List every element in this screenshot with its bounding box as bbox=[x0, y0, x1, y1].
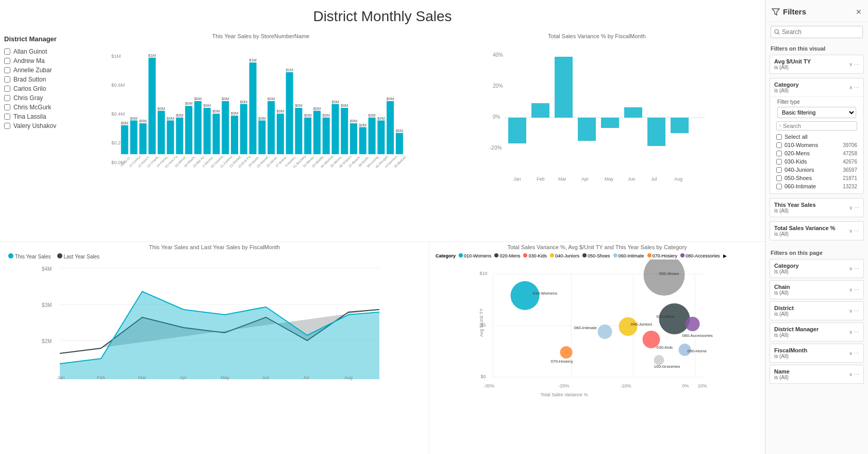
svg-text:010-Womens: 010-Womens bbox=[533, 291, 557, 296]
dm-checkbox[interactable] bbox=[4, 123, 10, 129]
svg-text:$0M: $0M bbox=[268, 96, 275, 101]
filter-page-chevron[interactable]: ∨ bbox=[849, 266, 853, 271]
svg-rect-68 bbox=[313, 111, 321, 154]
svg-rect-104 bbox=[531, 103, 549, 118]
svg-text:$1M: $1M bbox=[286, 68, 293, 72]
filter-select-all-row: Select all bbox=[773, 133, 860, 141]
category-item-checkbox[interactable] bbox=[776, 175, 782, 181]
filter-type-select[interactable]: Basic filtering Advanced filtering bbox=[777, 107, 856, 118]
filter-category-more[interactable]: ⋯ bbox=[854, 85, 859, 90]
svg-text:070-Hosiery: 070-Hosiery bbox=[551, 359, 573, 364]
filter-page-chevron[interactable]: ∨ bbox=[849, 329, 853, 335]
category-item-checkbox[interactable] bbox=[776, 184, 782, 189]
filter-variance-header[interactable]: Total Sales Variance % is (All) ∨ ⋯ bbox=[770, 222, 863, 240]
filter-category-search[interactable] bbox=[776, 121, 857, 131]
filter-page-title: District Manager bbox=[774, 326, 819, 332]
category-item-checkbox[interactable] bbox=[776, 142, 782, 148]
filters-search-box[interactable] bbox=[771, 26, 863, 38]
svg-text:080-Accessories: 080-Accessories bbox=[682, 333, 713, 338]
filter-select-all-checkbox[interactable] bbox=[776, 134, 782, 140]
filter-page-more[interactable]: ⋯ bbox=[854, 371, 859, 377]
svg-rect-17 bbox=[158, 111, 165, 154]
filter-this-year-chevron[interactable]: ∨ bbox=[849, 205, 853, 210]
filter-page-more[interactable]: ⋯ bbox=[854, 350, 859, 356]
svg-text:$0.6M: $0.6M bbox=[111, 83, 125, 88]
dm-checkbox[interactable] bbox=[4, 86, 10, 92]
svg-text:May: May bbox=[221, 375, 230, 380]
filter-avg-unit-chevron-down[interactable]: ∨ bbox=[849, 61, 853, 67]
svg-rect-26 bbox=[185, 106, 192, 154]
filter-category-item: 030-Kids42676 bbox=[773, 157, 860, 166]
filter-page-chevron[interactable]: ∨ bbox=[849, 287, 853, 293]
svg-text:10%: 10% bbox=[698, 383, 707, 388]
category-item-checkbox[interactable] bbox=[776, 159, 782, 165]
dm-checkbox[interactable] bbox=[4, 76, 10, 83]
dm-checkbox[interactable] bbox=[4, 48, 10, 55]
legend-intimate: 060-Intimate bbox=[613, 253, 644, 258]
filter-page-chevron[interactable]: ∨ bbox=[849, 308, 853, 314]
filters-search-input[interactable] bbox=[782, 28, 859, 36]
dm-checkbox[interactable] bbox=[4, 67, 10, 73]
category-item-checkbox[interactable] bbox=[776, 151, 782, 156]
bar-chart-title: This Year Sales by StoreNumberName bbox=[97, 33, 425, 39]
filter-card-this-year-sales: This Year Sales is (All) ∨ ⋯ bbox=[770, 198, 864, 217]
filter-category-body: Filter type Basic filtering Advanced fil… bbox=[770, 96, 863, 193]
filter-page-more[interactable]: ⋯ bbox=[854, 329, 859, 335]
svg-rect-105 bbox=[555, 57, 573, 118]
filter-category-chevron-up[interactable]: ∧ bbox=[849, 85, 853, 90]
filter-page-header[interactable]: District is (All) ∨ ⋯ bbox=[770, 302, 863, 320]
dm-panel-title: District Manager bbox=[4, 35, 89, 43]
filter-page-header[interactable]: Category is (All) ∨ ⋯ bbox=[770, 260, 863, 278]
filter-card-page-fiscalmonth: FiscalMonth is (All) ∨ ⋯ bbox=[770, 344, 864, 363]
filter-category-item: 060-Intimate13232 bbox=[773, 182, 860, 190]
dm-checkbox[interactable] bbox=[4, 113, 10, 120]
filter-this-year-more[interactable]: ⋯ bbox=[854, 205, 859, 210]
svg-point-166 bbox=[686, 317, 700, 331]
filter-this-year-header[interactable]: This Year Sales is (All) ∨ ⋯ bbox=[770, 199, 863, 217]
svg-line-175 bbox=[781, 126, 781, 127]
svg-text:$2M: $2M bbox=[42, 338, 52, 344]
svg-text:$0M: $0M bbox=[387, 96, 394, 101]
filter-page-more[interactable]: ⋯ bbox=[854, 287, 859, 293]
filter-this-year-title: This Year Sales bbox=[774, 202, 816, 208]
filter-page-title: FiscalMonth bbox=[774, 347, 807, 353]
filter-page-chevron[interactable]: ∨ bbox=[849, 371, 853, 377]
search-icon bbox=[774, 29, 780, 35]
filter-variance-chevron[interactable]: ∨ bbox=[849, 228, 853, 234]
svg-rect-5 bbox=[121, 125, 128, 154]
filter-page-chevron[interactable]: ∨ bbox=[849, 350, 853, 356]
filter-page-header[interactable]: Chain is (All) ∨ ⋯ bbox=[770, 281, 863, 299]
filter-avg-unit-title: Avg $/Unit TY bbox=[774, 58, 811, 64]
svg-text:$0M: $0M bbox=[194, 96, 202, 101]
svg-rect-41 bbox=[231, 116, 238, 154]
filter-card-avg-unit-header[interactable]: Avg $/Unit TY is (All) ∨ ⋯ bbox=[770, 55, 863, 73]
filter-page-header[interactable]: Name is (All) ∨ ⋯ bbox=[770, 365, 863, 383]
dm-checkbox[interactable] bbox=[4, 95, 10, 101]
legend-expand[interactable]: ▶ bbox=[723, 253, 727, 258]
filter-page-more[interactable]: ⋯ bbox=[854, 308, 859, 314]
svg-text:$0M: $0M bbox=[341, 103, 348, 108]
svg-rect-38 bbox=[222, 101, 229, 154]
dm-checkbox[interactable] bbox=[4, 104, 10, 110]
filter-page-header[interactable]: District Manager is (All) ∨ ⋯ bbox=[770, 323, 863, 341]
svg-rect-103 bbox=[508, 118, 526, 143]
svg-text:040-Juniors: 040-Juniors bbox=[631, 322, 653, 327]
svg-text:-30%: -30% bbox=[484, 383, 495, 388]
svg-text:Avg $/Unit TY: Avg $/Unit TY bbox=[479, 309, 484, 337]
svg-point-154 bbox=[598, 325, 612, 339]
category-search-input[interactable] bbox=[783, 123, 854, 129]
filter-card-category-header[interactable]: Category is (All) ∧ ⋯ bbox=[770, 78, 863, 96]
category-item-checkbox[interactable] bbox=[776, 167, 782, 173]
filter-card-page-district: District is (All) ∨ ⋯ bbox=[770, 301, 864, 320]
filter-page-title: Name bbox=[774, 368, 790, 375]
dm-checkbox[interactable] bbox=[4, 58, 10, 64]
svg-rect-56 bbox=[277, 113, 284, 154]
filter-page-more[interactable]: ⋯ bbox=[854, 266, 859, 271]
legend-mens: 020-Mens bbox=[494, 253, 520, 258]
filter-variance-more[interactable]: ⋯ bbox=[854, 228, 859, 234]
page-title: District Monthly Sales bbox=[0, 0, 765, 29]
filters-close-button[interactable]: ✕ bbox=[856, 8, 862, 16]
filter-page-header[interactable]: FiscalMonth is (All) ∨ ⋯ bbox=[770, 344, 863, 362]
filter-avg-unit-more[interactable]: ⋯ bbox=[854, 61, 859, 67]
filter-card-page-name: Name is (All) ∨ ⋯ bbox=[770, 365, 864, 384]
